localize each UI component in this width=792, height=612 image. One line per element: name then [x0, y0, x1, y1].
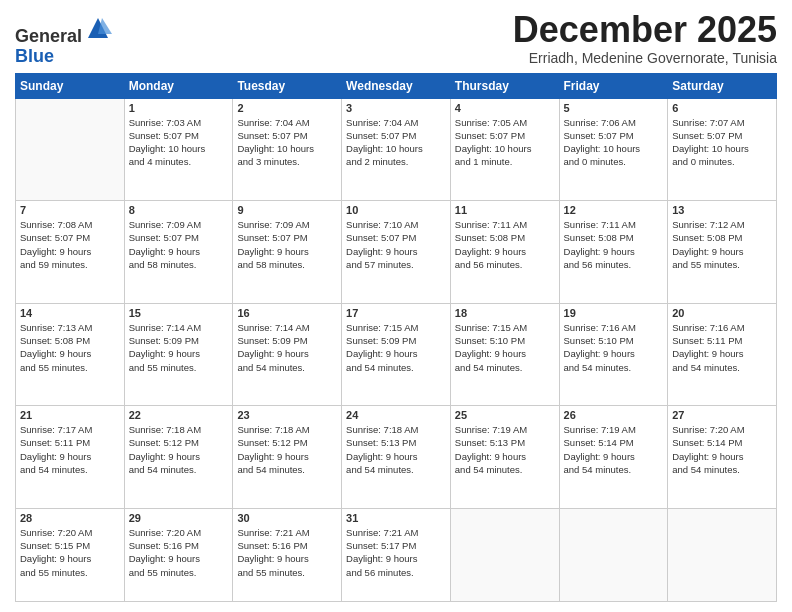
table-row: 11Sunrise: 7:11 AM Sunset: 5:08 PM Dayli… [450, 201, 559, 304]
table-row: 5Sunrise: 7:06 AM Sunset: 5:07 PM Daylig… [559, 98, 668, 201]
calendar-table: Sunday Monday Tuesday Wednesday Thursday… [15, 73, 777, 602]
day-number: 1 [129, 102, 229, 114]
table-row: 12Sunrise: 7:11 AM Sunset: 5:08 PM Dayli… [559, 201, 668, 304]
day-info: Sunrise: 7:18 AM Sunset: 5:12 PM Dayligh… [129, 423, 229, 476]
table-row: 3Sunrise: 7:04 AM Sunset: 5:07 PM Daylig… [342, 98, 451, 201]
table-row: 28Sunrise: 7:20 AM Sunset: 5:15 PM Dayli… [16, 508, 125, 601]
day-number: 14 [20, 307, 120, 319]
table-row: 30Sunrise: 7:21 AM Sunset: 5:16 PM Dayli… [233, 508, 342, 601]
day-info: Sunrise: 7:14 AM Sunset: 5:09 PM Dayligh… [237, 321, 337, 374]
day-info: Sunrise: 7:08 AM Sunset: 5:07 PM Dayligh… [20, 218, 120, 271]
day-number: 19 [564, 307, 664, 319]
day-info: Sunrise: 7:16 AM Sunset: 5:10 PM Dayligh… [564, 321, 664, 374]
day-number: 4 [455, 102, 555, 114]
day-info: Sunrise: 7:18 AM Sunset: 5:12 PM Dayligh… [237, 423, 337, 476]
day-number: 26 [564, 409, 664, 421]
day-info: Sunrise: 7:11 AM Sunset: 5:08 PM Dayligh… [455, 218, 555, 271]
day-number: 5 [564, 102, 664, 114]
day-info: Sunrise: 7:20 AM Sunset: 5:16 PM Dayligh… [129, 526, 229, 579]
day-number: 11 [455, 204, 555, 216]
table-row: 7Sunrise: 7:08 AM Sunset: 5:07 PM Daylig… [16, 201, 125, 304]
day-number: 6 [672, 102, 772, 114]
day-info: Sunrise: 7:15 AM Sunset: 5:09 PM Dayligh… [346, 321, 446, 374]
day-info: Sunrise: 7:13 AM Sunset: 5:08 PM Dayligh… [20, 321, 120, 374]
day-info: Sunrise: 7:18 AM Sunset: 5:13 PM Dayligh… [346, 423, 446, 476]
day-number: 15 [129, 307, 229, 319]
table-row: 25Sunrise: 7:19 AM Sunset: 5:13 PM Dayli… [450, 406, 559, 509]
day-number: 13 [672, 204, 772, 216]
table-row: 31Sunrise: 7:21 AM Sunset: 5:17 PM Dayli… [342, 508, 451, 601]
day-info: Sunrise: 7:21 AM Sunset: 5:16 PM Dayligh… [237, 526, 337, 579]
table-row [668, 508, 777, 601]
day-info: Sunrise: 7:09 AM Sunset: 5:07 PM Dayligh… [129, 218, 229, 271]
table-row: 9Sunrise: 7:09 AM Sunset: 5:07 PM Daylig… [233, 201, 342, 304]
table-row: 19Sunrise: 7:16 AM Sunset: 5:10 PM Dayli… [559, 303, 668, 406]
day-info: Sunrise: 7:19 AM Sunset: 5:13 PM Dayligh… [455, 423, 555, 476]
day-info: Sunrise: 7:11 AM Sunset: 5:08 PM Dayligh… [564, 218, 664, 271]
table-row: 29Sunrise: 7:20 AM Sunset: 5:16 PM Dayli… [124, 508, 233, 601]
calendar-week-row: 1Sunrise: 7:03 AM Sunset: 5:07 PM Daylig… [16, 98, 777, 201]
table-row [16, 98, 125, 201]
table-row: 27Sunrise: 7:20 AM Sunset: 5:14 PM Dayli… [668, 406, 777, 509]
table-row: 15Sunrise: 7:14 AM Sunset: 5:09 PM Dayli… [124, 303, 233, 406]
day-number: 25 [455, 409, 555, 421]
day-info: Sunrise: 7:05 AM Sunset: 5:07 PM Dayligh… [455, 116, 555, 169]
table-row: 24Sunrise: 7:18 AM Sunset: 5:13 PM Dayli… [342, 406, 451, 509]
day-info: Sunrise: 7:12 AM Sunset: 5:08 PM Dayligh… [672, 218, 772, 271]
day-info: Sunrise: 7:04 AM Sunset: 5:07 PM Dayligh… [237, 116, 337, 169]
day-number: 29 [129, 512, 229, 524]
day-info: Sunrise: 7:15 AM Sunset: 5:10 PM Dayligh… [455, 321, 555, 374]
day-info: Sunrise: 7:21 AM Sunset: 5:17 PM Dayligh… [346, 526, 446, 579]
table-row: 21Sunrise: 7:17 AM Sunset: 5:11 PM Dayli… [16, 406, 125, 509]
table-row: 18Sunrise: 7:15 AM Sunset: 5:10 PM Dayli… [450, 303, 559, 406]
day-info: Sunrise: 7:14 AM Sunset: 5:09 PM Dayligh… [129, 321, 229, 374]
day-number: 23 [237, 409, 337, 421]
table-row: 26Sunrise: 7:19 AM Sunset: 5:14 PM Dayli… [559, 406, 668, 509]
table-row: 17Sunrise: 7:15 AM Sunset: 5:09 PM Dayli… [342, 303, 451, 406]
day-info: Sunrise: 7:19 AM Sunset: 5:14 PM Dayligh… [564, 423, 664, 476]
calendar-week-row: 14Sunrise: 7:13 AM Sunset: 5:08 PM Dayli… [16, 303, 777, 406]
table-row: 8Sunrise: 7:09 AM Sunset: 5:07 PM Daylig… [124, 201, 233, 304]
day-info: Sunrise: 7:16 AM Sunset: 5:11 PM Dayligh… [672, 321, 772, 374]
location: Erriadh, Medenine Governorate, Tunisia [513, 50, 777, 66]
day-info: Sunrise: 7:03 AM Sunset: 5:07 PM Dayligh… [129, 116, 229, 169]
day-info: Sunrise: 7:10 AM Sunset: 5:07 PM Dayligh… [346, 218, 446, 271]
day-info: Sunrise: 7:09 AM Sunset: 5:07 PM Dayligh… [237, 218, 337, 271]
table-row: 16Sunrise: 7:14 AM Sunset: 5:09 PM Dayli… [233, 303, 342, 406]
day-number: 8 [129, 204, 229, 216]
day-number: 3 [346, 102, 446, 114]
table-row: 20Sunrise: 7:16 AM Sunset: 5:11 PM Dayli… [668, 303, 777, 406]
header-saturday: Saturday [668, 73, 777, 98]
calendar-week-row: 7Sunrise: 7:08 AM Sunset: 5:07 PM Daylig… [16, 201, 777, 304]
header-monday: Monday [124, 73, 233, 98]
day-info: Sunrise: 7:20 AM Sunset: 5:15 PM Dayligh… [20, 526, 120, 579]
day-info: Sunrise: 7:06 AM Sunset: 5:07 PM Dayligh… [564, 116, 664, 169]
header: General Blue December 2025 Erriadh, Mede… [15, 10, 777, 67]
day-number: 28 [20, 512, 120, 524]
table-row [559, 508, 668, 601]
logo-icon [84, 14, 112, 42]
day-info: Sunrise: 7:07 AM Sunset: 5:07 PM Dayligh… [672, 116, 772, 169]
calendar-week-row: 21Sunrise: 7:17 AM Sunset: 5:11 PM Dayli… [16, 406, 777, 509]
day-number: 30 [237, 512, 337, 524]
table-row: 2Sunrise: 7:04 AM Sunset: 5:07 PM Daylig… [233, 98, 342, 201]
day-info: Sunrise: 7:20 AM Sunset: 5:14 PM Dayligh… [672, 423, 772, 476]
day-number: 31 [346, 512, 446, 524]
month-title: December 2025 [513, 10, 777, 50]
table-row: 22Sunrise: 7:18 AM Sunset: 5:12 PM Dayli… [124, 406, 233, 509]
logo-blue-text: Blue [15, 46, 54, 66]
svg-marker-1 [98, 18, 112, 34]
table-row: 14Sunrise: 7:13 AM Sunset: 5:08 PM Dayli… [16, 303, 125, 406]
header-wednesday: Wednesday [342, 73, 451, 98]
day-info: Sunrise: 7:17 AM Sunset: 5:11 PM Dayligh… [20, 423, 120, 476]
table-row [450, 508, 559, 601]
calendar-header-row: Sunday Monday Tuesday Wednesday Thursday… [16, 73, 777, 98]
calendar-page: General Blue December 2025 Erriadh, Mede… [0, 0, 792, 612]
table-row: 23Sunrise: 7:18 AM Sunset: 5:12 PM Dayli… [233, 406, 342, 509]
day-number: 24 [346, 409, 446, 421]
day-number: 10 [346, 204, 446, 216]
day-number: 20 [672, 307, 772, 319]
logo: General Blue [15, 14, 112, 67]
day-number: 7 [20, 204, 120, 216]
day-number: 17 [346, 307, 446, 319]
